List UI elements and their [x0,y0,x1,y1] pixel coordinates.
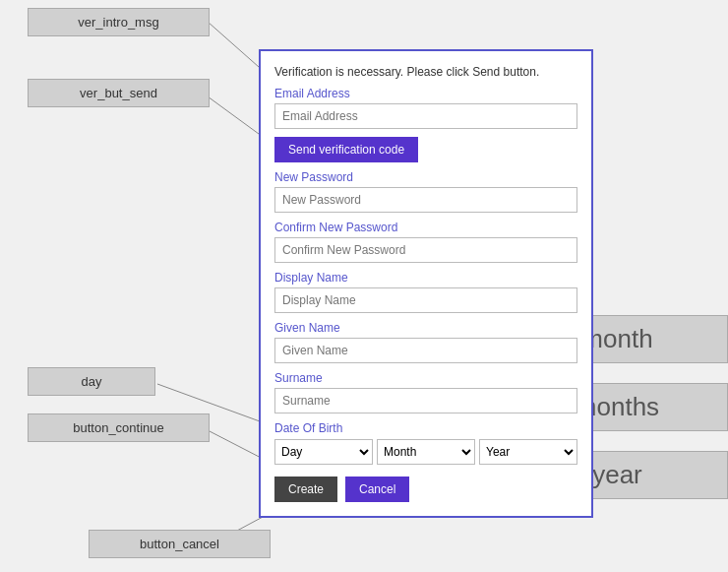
cancel-button[interactable]: Cancel [345,477,409,502]
button-cancel-label: button_cancel [89,530,271,558]
given-name-label: Given Name [274,321,577,335]
svg-line-0 [208,22,259,67]
display-name-label: Display Name [274,271,577,285]
given-name-input[interactable] [274,338,577,363]
day-label: day [28,367,155,396]
action-row: Create Cancel [274,477,577,502]
surname-input[interactable] [274,388,577,413]
surname-label: Surname [274,371,577,385]
confirm-password-label: Confirm New Password [274,221,577,234]
send-verification-button[interactable]: Send verification code [274,137,418,162]
button-continue-label: button_continue [28,413,210,442]
year-select[interactable]: Year [479,439,577,465]
confirm-password-input[interactable] [274,237,577,263]
day-select[interactable]: Day [274,439,373,465]
dob-label: Date Of Birth [274,421,577,435]
svg-line-1 [208,96,259,134]
create-button[interactable]: Create [274,477,337,502]
display-name-input[interactable] [274,287,577,313]
intro-text: Verification is necessary. Please click … [274,65,577,79]
registration-form: Verification is necessary. Please click … [259,49,593,518]
email-input[interactable] [274,103,577,129]
ver-but-send-label: ver_but_send [28,79,210,107]
dob-row: Day Month Year [274,439,577,465]
ver-intro-msg-label: ver_intro_msg [28,8,210,36]
new-password-label: New Password [274,170,577,184]
new-password-input[interactable] [274,187,577,213]
email-label: Email Address [274,87,577,100]
month-select[interactable]: Month [377,439,475,465]
